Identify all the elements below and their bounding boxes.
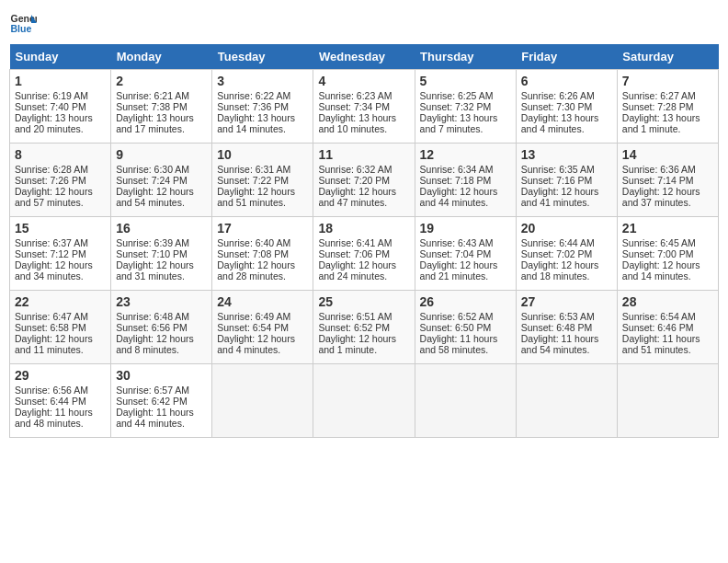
day-number: 10 xyxy=(217,147,308,162)
calendar-table: SundayMondayTuesdayWednesdayThursdayFrid… xyxy=(9,44,719,438)
day-number: 6 xyxy=(521,74,612,88)
daylight-text: Daylight: 12 hours and 31 minutes. xyxy=(116,259,194,282)
daylight-text: Daylight: 13 hours and 7 minutes. xyxy=(420,112,498,134)
sunrise-text: Sunrise: 6:53 AM xyxy=(521,311,595,322)
sunset-text: Sunset: 7:38 PM xyxy=(116,101,188,112)
weekday-header-row: SundayMondayTuesdayWednesdayThursdayFrid… xyxy=(10,44,719,70)
sunrise-text: Sunrise: 6:54 AM xyxy=(622,311,696,322)
day-number: 30 xyxy=(116,368,207,383)
sunset-text: Sunset: 6:52 PM xyxy=(318,322,390,333)
sunrise-text: Sunrise: 6:57 AM xyxy=(116,385,189,396)
sunrise-text: Sunrise: 6:26 AM xyxy=(521,90,595,101)
calendar-cell: 7 Sunrise: 6:27 AM Sunset: 7:28 PM Dayli… xyxy=(617,70,718,144)
day-number: 23 xyxy=(116,294,207,309)
sunset-text: Sunset: 6:46 PM xyxy=(622,322,694,333)
sunrise-text: Sunrise: 6:45 AM xyxy=(622,237,696,248)
sunrise-text: Sunrise: 6:48 AM xyxy=(116,311,189,322)
daylight-text: Daylight: 12 hours and 1 minute. xyxy=(318,333,396,355)
day-number: 28 xyxy=(622,294,713,309)
calendar-cell xyxy=(313,364,415,438)
daylight-text: Daylight: 12 hours and 47 minutes. xyxy=(318,186,396,208)
sunset-text: Sunset: 7:30 PM xyxy=(521,101,593,112)
calendar-cell: 10 Sunrise: 6:31 AM Sunset: 7:22 PM Dayl… xyxy=(212,144,313,217)
sunrise-text: Sunrise: 6:47 AM xyxy=(15,311,88,322)
sunset-text: Sunset: 7:14 PM xyxy=(622,175,694,186)
day-number: 8 xyxy=(15,147,106,162)
calendar-cell: 4 Sunrise: 6:23 AM Sunset: 7:34 PM Dayli… xyxy=(313,70,415,144)
sunset-text: Sunset: 6:44 PM xyxy=(15,396,86,407)
sunrise-text: Sunrise: 6:40 AM xyxy=(217,237,290,248)
calendar-cell: 1 Sunrise: 6:19 AM Sunset: 7:40 PM Dayli… xyxy=(10,70,111,144)
calendar-week-4: 29 Sunrise: 6:56 AM Sunset: 6:44 PM Dayl… xyxy=(10,364,719,438)
calendar-cell: 2 Sunrise: 6:21 AM Sunset: 7:38 PM Dayli… xyxy=(111,70,212,144)
sunset-text: Sunset: 7:12 PM xyxy=(15,248,86,259)
day-number: 12 xyxy=(420,147,511,162)
calendar-cell: 9 Sunrise: 6:30 AM Sunset: 7:24 PM Dayli… xyxy=(111,144,212,217)
day-number: 14 xyxy=(622,147,713,162)
sunset-text: Sunset: 7:06 PM xyxy=(318,248,390,259)
daylight-text: Daylight: 12 hours and 41 minutes. xyxy=(521,186,599,208)
svg-text:Blue: Blue xyxy=(11,23,32,34)
sunset-text: Sunset: 7:22 PM xyxy=(217,175,289,186)
daylight-text: Daylight: 12 hours and 8 minutes. xyxy=(116,333,194,355)
sunrise-text: Sunrise: 6:41 AM xyxy=(318,237,392,248)
weekday-monday: Monday xyxy=(111,44,212,70)
weekday-thursday: Thursday xyxy=(415,44,516,70)
sunrise-text: Sunrise: 6:34 AM xyxy=(420,164,494,175)
calendar-cell: 17 Sunrise: 6:40 AM Sunset: 7:08 PM Dayl… xyxy=(212,217,313,291)
calendar-cell: 11 Sunrise: 6:32 AM Sunset: 7:20 PM Dayl… xyxy=(313,144,415,217)
sunset-text: Sunset: 7:34 PM xyxy=(318,101,390,112)
calendar-week-2: 15 Sunrise: 6:37 AM Sunset: 7:12 PM Dayl… xyxy=(10,217,719,291)
day-number: 21 xyxy=(622,221,713,236)
calendar-body: 1 Sunrise: 6:19 AM Sunset: 7:40 PM Dayli… xyxy=(10,70,719,438)
sunrise-text: Sunrise: 6:27 AM xyxy=(622,90,696,101)
daylight-text: Daylight: 12 hours and 18 minutes. xyxy=(521,259,599,282)
daylight-text: Daylight: 12 hours and 14 minutes. xyxy=(622,259,700,282)
sunrise-text: Sunrise: 6:23 AM xyxy=(318,90,392,101)
daylight-text: Daylight: 12 hours and 37 minutes. xyxy=(622,186,700,208)
daylight-text: Daylight: 13 hours and 20 minutes. xyxy=(15,112,93,134)
daylight-text: Daylight: 12 hours and 54 minutes. xyxy=(116,186,194,208)
calendar-cell: 19 Sunrise: 6:43 AM Sunset: 7:04 PM Dayl… xyxy=(415,217,516,291)
sunrise-text: Sunrise: 6:25 AM xyxy=(420,90,494,101)
daylight-text: Daylight: 11 hours and 44 minutes. xyxy=(116,407,194,429)
sunset-text: Sunset: 7:20 PM xyxy=(318,175,390,186)
sunset-text: Sunset: 6:58 PM xyxy=(15,322,86,333)
sunrise-text: Sunrise: 6:30 AM xyxy=(116,164,189,175)
calendar-cell: 27 Sunrise: 6:53 AM Sunset: 6:48 PM Dayl… xyxy=(516,291,617,364)
weekday-saturday: Saturday xyxy=(617,44,718,70)
calendar-cell: 30 Sunrise: 6:57 AM Sunset: 6:42 PM Dayl… xyxy=(111,364,212,438)
day-number: 27 xyxy=(521,294,612,309)
day-number: 3 xyxy=(217,74,308,88)
daylight-text: Daylight: 11 hours and 51 minutes. xyxy=(622,333,700,355)
sunset-text: Sunset: 7:28 PM xyxy=(622,101,694,112)
calendar-cell: 25 Sunrise: 6:51 AM Sunset: 6:52 PM Dayl… xyxy=(313,291,415,364)
daylight-text: Daylight: 13 hours and 10 minutes. xyxy=(318,112,396,134)
daylight-text: Daylight: 12 hours and 44 minutes. xyxy=(420,186,498,208)
page-header: General Blue xyxy=(9,9,719,37)
weekday-wednesday: Wednesday xyxy=(313,44,415,70)
sunrise-text: Sunrise: 6:56 AM xyxy=(15,385,88,396)
weekday-sunday: Sunday xyxy=(10,44,111,70)
calendar-cell: 15 Sunrise: 6:37 AM Sunset: 7:12 PM Dayl… xyxy=(10,217,111,291)
sunrise-text: Sunrise: 6:22 AM xyxy=(217,90,290,101)
daylight-text: Daylight: 13 hours and 17 minutes. xyxy=(116,112,194,134)
day-number: 25 xyxy=(318,294,409,309)
daylight-text: Daylight: 11 hours and 48 minutes. xyxy=(15,407,93,429)
sunrise-text: Sunrise: 6:39 AM xyxy=(116,237,189,248)
calendar-cell: 14 Sunrise: 6:36 AM Sunset: 7:14 PM Dayl… xyxy=(617,144,718,217)
weekday-tuesday: Tuesday xyxy=(212,44,313,70)
daylight-text: Daylight: 12 hours and 57 minutes. xyxy=(15,186,93,208)
daylight-text: Daylight: 13 hours and 4 minutes. xyxy=(521,112,599,134)
calendar-cell: 18 Sunrise: 6:41 AM Sunset: 7:06 PM Dayl… xyxy=(313,217,415,291)
daylight-text: Daylight: 13 hours and 1 minute. xyxy=(622,112,700,134)
calendar-week-0: 1 Sunrise: 6:19 AM Sunset: 7:40 PM Dayli… xyxy=(10,70,719,144)
daylight-text: Daylight: 12 hours and 28 minutes. xyxy=(217,259,295,282)
weekday-friday: Friday xyxy=(516,44,617,70)
day-number: 11 xyxy=(318,147,409,162)
sunset-text: Sunset: 7:00 PM xyxy=(622,248,694,259)
daylight-text: Daylight: 11 hours and 54 minutes. xyxy=(521,333,599,355)
calendar-cell: 21 Sunrise: 6:45 AM Sunset: 7:00 PM Dayl… xyxy=(617,217,718,291)
calendar-cell xyxy=(617,364,718,438)
sunrise-text: Sunrise: 6:49 AM xyxy=(217,311,290,322)
